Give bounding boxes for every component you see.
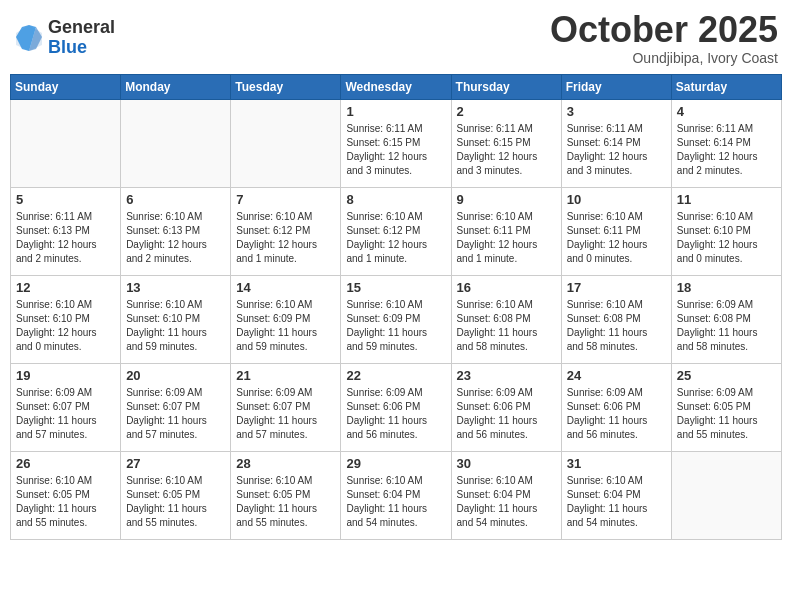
calendar-cell: 6Sunrise: 6:10 AMSunset: 6:13 PMDaylight… xyxy=(121,187,231,275)
calendar-cell: 7Sunrise: 6:10 AMSunset: 6:12 PMDaylight… xyxy=(231,187,341,275)
month-title: October 2025 xyxy=(550,10,778,50)
calendar-cell: 29Sunrise: 6:10 AMSunset: 6:04 PMDayligh… xyxy=(341,451,451,539)
logo-text: General Blue xyxy=(48,18,115,58)
calendar-cell: 1Sunrise: 6:11 AMSunset: 6:15 PMDaylight… xyxy=(341,99,451,187)
day-number: 15 xyxy=(346,280,445,295)
day-number: 5 xyxy=(16,192,115,207)
calendar-cell: 22Sunrise: 6:09 AMSunset: 6:06 PMDayligh… xyxy=(341,363,451,451)
day-number: 20 xyxy=(126,368,225,383)
week-row-4: 19Sunrise: 6:09 AMSunset: 6:07 PMDayligh… xyxy=(11,363,782,451)
calendar-cell: 17Sunrise: 6:10 AMSunset: 6:08 PMDayligh… xyxy=(561,275,671,363)
weekday-tuesday: Tuesday xyxy=(231,74,341,99)
calendar-cell xyxy=(671,451,781,539)
day-info: Sunrise: 6:10 AMSunset: 6:09 PMDaylight:… xyxy=(346,298,445,354)
day-number: 24 xyxy=(567,368,666,383)
day-info: Sunrise: 6:11 AMSunset: 6:14 PMDaylight:… xyxy=(567,122,666,178)
day-number: 26 xyxy=(16,456,115,471)
calendar-cell: 2Sunrise: 6:11 AMSunset: 6:15 PMDaylight… xyxy=(451,99,561,187)
day-info: Sunrise: 6:10 AMSunset: 6:04 PMDaylight:… xyxy=(346,474,445,530)
calendar-cell: 16Sunrise: 6:10 AMSunset: 6:08 PMDayligh… xyxy=(451,275,561,363)
day-info: Sunrise: 6:09 AMSunset: 6:07 PMDaylight:… xyxy=(126,386,225,442)
day-info: Sunrise: 6:09 AMSunset: 6:06 PMDaylight:… xyxy=(457,386,556,442)
day-number: 23 xyxy=(457,368,556,383)
week-row-3: 12Sunrise: 6:10 AMSunset: 6:10 PMDayligh… xyxy=(11,275,782,363)
calendar-cell: 23Sunrise: 6:09 AMSunset: 6:06 PMDayligh… xyxy=(451,363,561,451)
calendar-cell xyxy=(231,99,341,187)
day-info: Sunrise: 6:09 AMSunset: 6:07 PMDaylight:… xyxy=(16,386,115,442)
day-info: Sunrise: 6:10 AMSunset: 6:09 PMDaylight:… xyxy=(236,298,335,354)
weekday-thursday: Thursday xyxy=(451,74,561,99)
weekday-wednesday: Wednesday xyxy=(341,74,451,99)
day-number: 11 xyxy=(677,192,776,207)
day-number: 3 xyxy=(567,104,666,119)
day-info: Sunrise: 6:10 AMSunset: 6:04 PMDaylight:… xyxy=(457,474,556,530)
day-number: 22 xyxy=(346,368,445,383)
day-info: Sunrise: 6:09 AMSunset: 6:06 PMDaylight:… xyxy=(346,386,445,442)
calendar-cell: 30Sunrise: 6:10 AMSunset: 6:04 PMDayligh… xyxy=(451,451,561,539)
day-number: 28 xyxy=(236,456,335,471)
calendar-cell: 25Sunrise: 6:09 AMSunset: 6:05 PMDayligh… xyxy=(671,363,781,451)
calendar-cell: 20Sunrise: 6:09 AMSunset: 6:07 PMDayligh… xyxy=(121,363,231,451)
calendar-cell: 31Sunrise: 6:10 AMSunset: 6:04 PMDayligh… xyxy=(561,451,671,539)
weekday-friday: Friday xyxy=(561,74,671,99)
calendar-cell: 10Sunrise: 6:10 AMSunset: 6:11 PMDayligh… xyxy=(561,187,671,275)
calendar-cell: 15Sunrise: 6:10 AMSunset: 6:09 PMDayligh… xyxy=(341,275,451,363)
week-row-5: 26Sunrise: 6:10 AMSunset: 6:05 PMDayligh… xyxy=(11,451,782,539)
day-number: 27 xyxy=(126,456,225,471)
day-info: Sunrise: 6:10 AMSunset: 6:10 PMDaylight:… xyxy=(677,210,776,266)
calendar-cell: 18Sunrise: 6:09 AMSunset: 6:08 PMDayligh… xyxy=(671,275,781,363)
calendar-cell: 11Sunrise: 6:10 AMSunset: 6:10 PMDayligh… xyxy=(671,187,781,275)
calendar-cell: 9Sunrise: 6:10 AMSunset: 6:11 PMDaylight… xyxy=(451,187,561,275)
calendar-cell: 21Sunrise: 6:09 AMSunset: 6:07 PMDayligh… xyxy=(231,363,341,451)
weekday-header-row: SundayMondayTuesdayWednesdayThursdayFrid… xyxy=(11,74,782,99)
day-info: Sunrise: 6:09 AMSunset: 6:06 PMDaylight:… xyxy=(567,386,666,442)
day-info: Sunrise: 6:10 AMSunset: 6:04 PMDaylight:… xyxy=(567,474,666,530)
calendar-cell xyxy=(121,99,231,187)
day-number: 8 xyxy=(346,192,445,207)
weekday-saturday: Saturday xyxy=(671,74,781,99)
calendar-cell: 14Sunrise: 6:10 AMSunset: 6:09 PMDayligh… xyxy=(231,275,341,363)
day-info: Sunrise: 6:10 AMSunset: 6:08 PMDaylight:… xyxy=(457,298,556,354)
calendar-cell: 19Sunrise: 6:09 AMSunset: 6:07 PMDayligh… xyxy=(11,363,121,451)
day-info: Sunrise: 6:10 AMSunset: 6:05 PMDaylight:… xyxy=(16,474,115,530)
calendar-cell: 26Sunrise: 6:10 AMSunset: 6:05 PMDayligh… xyxy=(11,451,121,539)
day-number: 18 xyxy=(677,280,776,295)
day-info: Sunrise: 6:10 AMSunset: 6:10 PMDaylight:… xyxy=(126,298,225,354)
day-number: 9 xyxy=(457,192,556,207)
day-number: 19 xyxy=(16,368,115,383)
calendar-cell: 13Sunrise: 6:10 AMSunset: 6:10 PMDayligh… xyxy=(121,275,231,363)
day-number: 31 xyxy=(567,456,666,471)
day-number: 30 xyxy=(457,456,556,471)
day-number: 4 xyxy=(677,104,776,119)
calendar-cell xyxy=(11,99,121,187)
calendar-cell: 24Sunrise: 6:09 AMSunset: 6:06 PMDayligh… xyxy=(561,363,671,451)
location: Oundjibipa, Ivory Coast xyxy=(550,50,778,66)
day-number: 10 xyxy=(567,192,666,207)
day-info: Sunrise: 6:10 AMSunset: 6:08 PMDaylight:… xyxy=(567,298,666,354)
logo: General Blue xyxy=(14,18,115,58)
day-number: 1 xyxy=(346,104,445,119)
day-number: 12 xyxy=(16,280,115,295)
weekday-monday: Monday xyxy=(121,74,231,99)
day-info: Sunrise: 6:11 AMSunset: 6:14 PMDaylight:… xyxy=(677,122,776,178)
day-info: Sunrise: 6:11 AMSunset: 6:13 PMDaylight:… xyxy=(16,210,115,266)
logo-icon xyxy=(14,23,44,53)
day-info: Sunrise: 6:11 AMSunset: 6:15 PMDaylight:… xyxy=(457,122,556,178)
logo-blue: Blue xyxy=(48,38,115,58)
calendar-cell: 27Sunrise: 6:10 AMSunset: 6:05 PMDayligh… xyxy=(121,451,231,539)
day-info: Sunrise: 6:09 AMSunset: 6:08 PMDaylight:… xyxy=(677,298,776,354)
day-info: Sunrise: 6:10 AMSunset: 6:12 PMDaylight:… xyxy=(236,210,335,266)
day-info: Sunrise: 6:09 AMSunset: 6:07 PMDaylight:… xyxy=(236,386,335,442)
day-info: Sunrise: 6:10 AMSunset: 6:11 PMDaylight:… xyxy=(457,210,556,266)
day-info: Sunrise: 6:10 AMSunset: 6:10 PMDaylight:… xyxy=(16,298,115,354)
logo-general: General xyxy=(48,18,115,38)
day-info: Sunrise: 6:09 AMSunset: 6:05 PMDaylight:… xyxy=(677,386,776,442)
day-number: 16 xyxy=(457,280,556,295)
week-row-2: 5Sunrise: 6:11 AMSunset: 6:13 PMDaylight… xyxy=(11,187,782,275)
calendar: SundayMondayTuesdayWednesdayThursdayFrid… xyxy=(10,74,782,540)
calendar-cell: 8Sunrise: 6:10 AMSunset: 6:12 PMDaylight… xyxy=(341,187,451,275)
title-area: October 2025 Oundjibipa, Ivory Coast xyxy=(550,10,778,66)
day-info: Sunrise: 6:10 AMSunset: 6:05 PMDaylight:… xyxy=(236,474,335,530)
day-number: 21 xyxy=(236,368,335,383)
day-info: Sunrise: 6:10 AMSunset: 6:11 PMDaylight:… xyxy=(567,210,666,266)
